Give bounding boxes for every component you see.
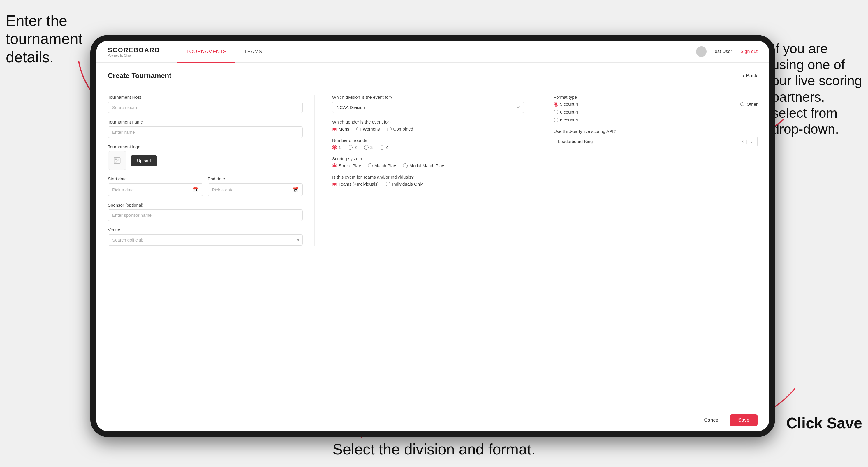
teams-label: Is this event for Teams and/or Individua… <box>332 175 524 180</box>
create-tournament-form: Create Tournament Back Tournament Host T… <box>96 63 769 254</box>
end-date-group: End date Pick a date 📅 <box>208 176 303 196</box>
nav-tab-teams[interactable]: TEAMS <box>236 41 271 63</box>
tournament-name-input[interactable] <box>108 126 303 138</box>
scoring-stroke[interactable]: Stroke Play <box>332 163 361 168</box>
gender-label: Which gender is the event for? <box>332 119 524 124</box>
rounds-3-radio[interactable] <box>364 145 369 150</box>
teams-plus-individuals[interactable]: Teams (+Individuals) <box>332 182 379 186</box>
division-group: Which division is the event for? NCAA Di… <box>332 95 524 113</box>
cancel-button[interactable]: Cancel <box>698 414 725 426</box>
sponsor-group: Sponsor (optional) <box>108 203 303 221</box>
logo-sub: Powered by Clipp <box>108 54 160 57</box>
rounds-3[interactable]: 3 <box>364 145 373 150</box>
start-date-label: Start date <box>108 176 203 181</box>
rounds-1-label: 1 <box>339 145 341 150</box>
division-select[interactable]: NCAA Division I <box>332 102 524 113</box>
scoring-medal-match-label: Medal Match Play <box>409 163 444 168</box>
start-date-group: Start date Pick a date 📅 <box>108 176 203 196</box>
page-header: Create Tournament Back <box>108 72 757 86</box>
gender-mens[interactable]: Mens <box>332 126 349 131</box>
teams-group: Is this event for Teams and/or Individua… <box>332 175 524 186</box>
live-scoring-clear-btn[interactable]: × <box>742 139 744 144</box>
gender-mens-radio[interactable] <box>332 127 337 131</box>
individuals-only[interactable]: Individuals Only <box>386 182 423 186</box>
nav-tabs: TOURNAMENTS TEAMS <box>178 41 696 63</box>
format-6count4[interactable]: 6 count 4 <box>554 110 753 115</box>
rounds-2-label: 2 <box>354 145 356 150</box>
scoring-match-label: Match Play <box>374 163 396 168</box>
other-format[interactable]: Other <box>740 102 757 106</box>
format-6count5[interactable]: 6 count 5 <box>554 117 753 122</box>
gender-womens-radio[interactable] <box>356 127 361 131</box>
gender-combined-radio[interactable] <box>387 127 392 131</box>
format-6count5-label: 6 count 5 <box>560 117 578 122</box>
format-6count4-label: 6 count 4 <box>560 110 578 115</box>
sign-out-link[interactable]: Sign out <box>740 49 757 54</box>
tournament-logo-group: Tournament logo Upload <box>108 144 303 170</box>
live-scoring-value: Leaderboard King <box>558 139 742 144</box>
end-date-placeholder: Pick a date <box>212 187 234 192</box>
other-radio[interactable] <box>740 102 744 106</box>
start-date-input[interactable]: Pick a date 📅 <box>108 183 203 196</box>
live-scoring-label: Use third-party live scoring API? <box>554 129 757 134</box>
page-footer: Cancel Save <box>96 409 769 431</box>
other-label: Other <box>746 102 757 106</box>
live-scoring-dropdown-btn[interactable]: ⌄ <box>750 139 753 144</box>
teams-radio-row: Teams (+Individuals) Individuals Only <box>332 182 524 186</box>
tournament-host-input[interactable] <box>108 102 303 113</box>
individuals-only-label: Individuals Only <box>392 182 423 186</box>
teams-plus-individuals-label: Teams (+Individuals) <box>339 182 379 186</box>
format-type-group: Format type 5 count 4 <box>554 95 757 122</box>
form-column-left: Tournament Host Tournament name Tourname… <box>108 95 315 246</box>
rounds-4-radio[interactable] <box>380 145 384 150</box>
sponsor-input[interactable] <box>108 210 303 221</box>
rounds-4[interactable]: 4 <box>380 145 389 150</box>
back-link[interactable]: Back <box>743 73 757 79</box>
venue-label: Venue <box>108 227 303 232</box>
tablet-shell: SCOREBOARD Powered by Clipp TOURNAMENTS … <box>90 35 775 437</box>
rounds-4-label: 4 <box>386 145 389 150</box>
scoring-match[interactable]: Match Play <box>368 163 396 168</box>
scoring-label: Scoring system <box>332 156 524 161</box>
gender-combined-label: Combined <box>393 126 413 131</box>
tournament-name-group: Tournament name <box>108 119 303 138</box>
rounds-2-radio[interactable] <box>348 145 352 150</box>
end-date-input[interactable]: Pick a date 📅 <box>208 183 303 196</box>
nav-tab-tournaments[interactable]: TOURNAMENTS <box>178 41 236 63</box>
venue-group: Venue ▾ <box>108 227 303 246</box>
scoring-match-radio[interactable] <box>368 163 373 168</box>
format-6count4-radio[interactable] <box>554 110 558 115</box>
gender-radio-row: Mens Womens Combined <box>332 126 524 131</box>
teams-plus-individuals-radio[interactable] <box>332 182 337 186</box>
logo-upload-row: Upload <box>108 151 303 170</box>
format-5count4-radio[interactable] <box>554 102 558 106</box>
date-row: Start date Pick a date 📅 End date Pick a… <box>108 176 303 196</box>
rounds-1[interactable]: 1 <box>332 145 341 150</box>
format-6count5-radio[interactable] <box>554 118 558 122</box>
scoring-stroke-radio[interactable] <box>332 163 337 168</box>
calendar-icon-end: 📅 <box>292 186 298 193</box>
rounds-2[interactable]: 2 <box>348 145 356 150</box>
individuals-only-radio[interactable] <box>386 182 391 186</box>
annotation-bottom-right: Click Save <box>786 414 862 432</box>
form-column-middle: Which division is the event for? NCAA Di… <box>329 95 536 246</box>
form-columns: Tournament Host Tournament name Tourname… <box>108 95 757 246</box>
tournament-logo-label: Tournament logo <box>108 144 303 149</box>
live-scoring-select[interactable]: Leaderboard King × | ⌄ <box>554 136 757 147</box>
upload-button[interactable]: Upload <box>130 155 157 166</box>
rounds-1-radio[interactable] <box>332 145 337 150</box>
scoring-radio-row: Stroke Play Match Play Medal Match Play <box>332 163 524 168</box>
venue-input[interactable] <box>108 234 303 246</box>
scoring-medal-match[interactable]: Medal Match Play <box>403 163 444 168</box>
gender-combined[interactable]: Combined <box>387 126 413 131</box>
annotation-top-right: If you are using one of our live scoring… <box>772 41 862 137</box>
gender-mens-label: Mens <box>339 126 349 131</box>
save-button[interactable]: Save <box>730 414 757 426</box>
format-5count4[interactable]: 5 count 4 <box>554 102 578 106</box>
venue-select-wrap: ▾ <box>108 234 303 246</box>
rounds-label: Number of rounds <box>332 138 524 143</box>
scoring-medal-match-radio[interactable] <box>403 163 408 168</box>
page-title: Create Tournament <box>108 72 171 80</box>
gender-womens[interactable]: Womens <box>356 126 380 131</box>
logo-preview <box>108 151 126 170</box>
